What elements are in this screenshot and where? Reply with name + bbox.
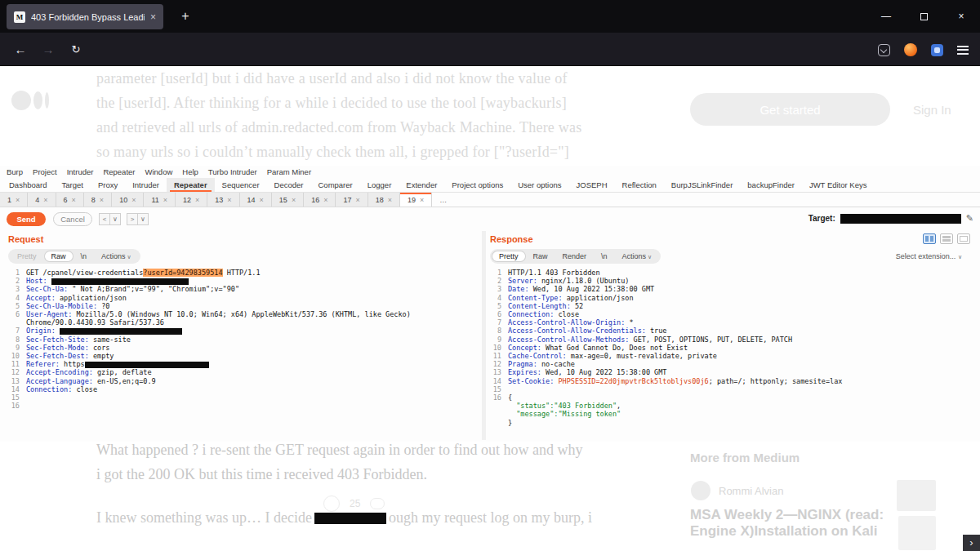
repeater-tab-6[interactable]: 6× bbox=[56, 193, 84, 207]
close-icon[interactable]: × bbox=[43, 196, 47, 204]
burp-tab-target[interactable]: Target bbox=[54, 178, 90, 192]
burp-tab-decoder[interactable]: Decoder bbox=[267, 178, 311, 192]
edit-target-pencil-icon[interactable]: ✎ bbox=[966, 213, 973, 224]
comment-icon[interactable] bbox=[370, 498, 385, 509]
article-thumbnail[interactable] bbox=[898, 516, 936, 550]
burp-tab-jwt-editor-keys[interactable]: JWT Editor Keys bbox=[802, 178, 875, 192]
minimize-button[interactable]: — bbox=[867, 0, 905, 33]
repeater-tab-12[interactable]: 12× bbox=[176, 193, 207, 207]
layout-rows-icon[interactable] bbox=[940, 233, 953, 244]
reload-button[interactable]: ↻ bbox=[65, 39, 87, 60]
burp-menu-burp[interactable]: Burp bbox=[7, 167, 23, 176]
layout-columns-icon[interactable] bbox=[923, 233, 936, 244]
request-editor[interactable]: 1GET /cpanel/view-credentials?userId=942… bbox=[8, 269, 479, 440]
burp-tab-reflection[interactable]: Reflection bbox=[615, 178, 664, 192]
repeater-tab-11[interactable]: 11× bbox=[144, 193, 176, 207]
close-icon[interactable]: × bbox=[72, 196, 76, 204]
menu-hamburger-icon[interactable] bbox=[957, 46, 969, 55]
burp-tab-extender[interactable]: Extender bbox=[399, 178, 444, 192]
close-icon[interactable]: × bbox=[163, 196, 167, 204]
repeater-tab-10[interactable]: 10× bbox=[112, 193, 144, 207]
foxyproxy-extension-icon[interactable] bbox=[904, 43, 917, 56]
burp-tab-comparer[interactable]: Comparer bbox=[310, 178, 359, 192]
get-started-button[interactable]: Get started bbox=[690, 93, 890, 126]
burp-tab-intruder[interactable]: Intruder bbox=[125, 178, 167, 192]
burp-menu-turbo-intruder[interactable]: Turbo Intruder bbox=[208, 167, 257, 176]
medium-logo[interactable] bbox=[11, 91, 49, 110]
close-icon[interactable]: × bbox=[260, 196, 264, 204]
maximize-button[interactable] bbox=[905, 0, 942, 33]
chevron-down-icon[interactable]: ∨ bbox=[137, 213, 149, 225]
sign-in-link[interactable]: Sign In bbox=[913, 103, 951, 117]
back-button[interactable]: ← bbox=[10, 39, 31, 60]
request-tab-raw[interactable]: Raw bbox=[45, 251, 73, 261]
pocket-icon[interactable] bbox=[878, 44, 890, 56]
close-icon[interactable]: × bbox=[195, 196, 199, 204]
cancel-button[interactable]: Cancel bbox=[53, 212, 92, 226]
close-icon[interactable]: × bbox=[420, 196, 424, 204]
burp-menu-help[interactable]: Help bbox=[182, 167, 198, 176]
close-icon[interactable]: × bbox=[292, 196, 296, 204]
close-window-button[interactable]: × bbox=[942, 0, 980, 33]
repeater-tab-13[interactable]: 13× bbox=[207, 193, 239, 207]
close-icon[interactable]: × bbox=[16, 196, 20, 204]
burp-menu-intruder[interactable]: Intruder bbox=[67, 167, 94, 176]
repeater-tab-17[interactable]: 17× bbox=[336, 193, 368, 207]
repeater-tab-14[interactable]: 14× bbox=[240, 193, 272, 207]
response-tab-pretty[interactable]: Pretty bbox=[492, 251, 525, 261]
burp-menu-param-miner[interactable]: Param Miner bbox=[267, 167, 311, 176]
repeater-tab-15[interactable]: 15× bbox=[272, 193, 304, 207]
burp-tab-joseph[interactable]: JOSEPH bbox=[569, 178, 615, 192]
new-tab-button[interactable]: + bbox=[176, 7, 194, 25]
repeater-tab-16[interactable]: 16× bbox=[304, 193, 336, 207]
repeater-tab-1[interactable]: 1× bbox=[0, 193, 28, 207]
burp-tab-repeater[interactable]: Repeater bbox=[167, 178, 215, 192]
burp-menu-window[interactable]: Window bbox=[145, 167, 173, 176]
response-tab-raw[interactable]: Raw bbox=[527, 251, 555, 261]
burp-tab-burpjslinkfinder[interactable]: BurpJSLinkFinder bbox=[664, 178, 741, 192]
extension-icon[interactable] bbox=[931, 44, 943, 56]
repeater-tab-4[interactable]: 4× bbox=[28, 193, 56, 207]
author-avatar[interactable] bbox=[691, 481, 710, 500]
close-icon[interactable]: × bbox=[227, 196, 231, 204]
request-tab-actions[interactable]: Actions ∨ bbox=[95, 251, 138, 261]
history-forward-icon[interactable]: > bbox=[127, 213, 138, 225]
panel-splitter[interactable] bbox=[482, 231, 486, 440]
select-extension-dropdown[interactable]: Select extension... ∨ bbox=[896, 252, 962, 260]
response-tab-actions[interactable]: Actions ∨ bbox=[616, 251, 659, 261]
layout-single-icon[interactable] bbox=[957, 233, 970, 244]
burp-tab-backupfinder[interactable]: backupFinder bbox=[740, 178, 802, 192]
tab-close-icon[interactable]: × bbox=[150, 11, 156, 23]
repeater-tab-18[interactable]: 18× bbox=[368, 193, 400, 207]
response-tab-render[interactable]: Render bbox=[556, 251, 594, 261]
request-tab-pretty[interactable]: Pretty bbox=[11, 251, 43, 261]
close-icon[interactable]: × bbox=[323, 196, 327, 204]
close-icon[interactable]: × bbox=[355, 196, 359, 204]
burp-tab-user-options[interactable]: User options bbox=[510, 178, 568, 192]
close-icon[interactable]: × bbox=[100, 196, 104, 204]
burp-tab-proxy[interactable]: Proxy bbox=[91, 178, 125, 192]
burp-tab-sequencer[interactable]: Sequencer bbox=[215, 178, 267, 192]
burp-tab-dashboard[interactable]: Dashboard bbox=[2, 178, 54, 192]
burp-menu-repeater[interactable]: Repeater bbox=[103, 167, 135, 176]
chevron-down-icon[interactable]: ∨ bbox=[109, 213, 121, 225]
send-button[interactable]: Send bbox=[7, 212, 46, 226]
repeater-tab-8[interactable]: 8× bbox=[84, 193, 112, 207]
browser-tab[interactable]: M 403 Forbidden Bypass Leading × bbox=[7, 4, 163, 29]
close-icon[interactable]: × bbox=[388, 196, 392, 204]
repeater-tabs-overflow[interactable]: … bbox=[432, 193, 454, 207]
response-viewer[interactable]: 1HTTP/1.1 403 Forbidden2Server: nginx/1.… bbox=[490, 269, 972, 440]
repeater-tab-19[interactable]: 19× bbox=[400, 193, 432, 207]
scroll-right-button[interactable]: › bbox=[963, 535, 980, 551]
history-back-icon[interactable]: < bbox=[99, 213, 110, 225]
request-tab-newline[interactable]: \n bbox=[74, 251, 94, 261]
history-forward-button[interactable]: > ∨ bbox=[127, 213, 149, 225]
article-thumbnail[interactable] bbox=[897, 480, 936, 511]
history-back-button[interactable]: < ∨ bbox=[100, 213, 121, 225]
burp-screenshot-image[interactable]: BurpProjectIntruderRepeaterWindowHelpTur… bbox=[0, 166, 980, 442]
author-name[interactable]: Rommi Alvian bbox=[719, 485, 783, 497]
recommended-article-title[interactable]: MSA Weekly 2—NGINX (read: Engine X)Insta… bbox=[690, 507, 884, 540]
burp-tab-project-options[interactable]: Project options bbox=[444, 178, 510, 192]
burp-tab-logger[interactable]: Logger bbox=[360, 178, 399, 192]
close-icon[interactable]: × bbox=[131, 196, 136, 204]
